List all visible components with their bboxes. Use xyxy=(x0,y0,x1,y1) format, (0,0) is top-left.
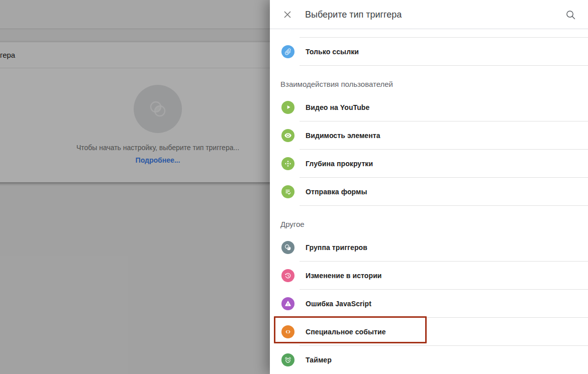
scroll-depth-icon xyxy=(281,157,295,170)
section-header-user-engagement: Взаимодействия пользователей xyxy=(270,66,588,93)
js-error-icon xyxy=(281,297,295,310)
section-header-other: Другое xyxy=(270,206,588,233)
timer-icon xyxy=(281,353,295,366)
trigger-item-label: Видео на YouTube xyxy=(306,103,369,111)
trigger-item-custom-event[interactable]: Специальное событие xyxy=(270,318,588,345)
trigger-item-form-submission[interactable]: Отправка формы xyxy=(270,178,588,205)
custom-event-icon xyxy=(281,325,295,338)
dialog-header: Выберите тип триггера xyxy=(270,0,588,29)
trigger-item-link-click[interactable]: Только ссылки xyxy=(270,38,588,65)
trigger-item-label: Изменение в истории xyxy=(306,272,382,280)
trigger-type-list: Только ссылки Взаимодействия пользовател… xyxy=(270,29,588,373)
modal-backdrop xyxy=(0,0,270,374)
trigger-item-label: Глубина прокрутки xyxy=(306,160,373,168)
trigger-item-history-change[interactable]: Изменение в истории xyxy=(270,262,588,289)
trigger-item-label: Видимость элемента xyxy=(306,132,380,140)
trigger-item-trigger-group[interactable]: Группа триггеров xyxy=(270,233,588,261)
trigger-group-icon xyxy=(281,241,295,254)
search-icon[interactable] xyxy=(565,7,580,22)
trigger-item-timer[interactable]: Таймер xyxy=(270,346,588,373)
trigger-item-label: Ошибка JavaScript xyxy=(306,300,371,308)
dialog-title: Выберите тип триггера xyxy=(305,0,402,29)
youtube-play-icon xyxy=(281,101,295,114)
trigger-item-label: Специальное событие xyxy=(306,328,386,336)
trigger-type-dialog: Выберите тип триггера Только ссылки Взаи… xyxy=(270,0,588,374)
trigger-item-label: Таймер xyxy=(306,356,332,364)
trigger-item-scroll-depth[interactable]: Глубина прокрутки xyxy=(270,150,588,177)
trigger-item-element-visibility[interactable]: Видимость элемента xyxy=(270,121,588,149)
trigger-item-label: Отправка формы xyxy=(306,188,367,196)
visibility-eye-icon xyxy=(281,129,295,142)
form-submit-icon xyxy=(281,185,295,198)
link-icon xyxy=(281,45,295,58)
trigger-item-label: Только ссылки xyxy=(306,48,359,56)
trigger-item-youtube-video[interactable]: Видео на YouTube xyxy=(270,93,588,121)
history-icon xyxy=(281,269,295,282)
trigger-item-js-error[interactable]: Ошибка JavaScript xyxy=(270,290,588,317)
trigger-item-label: Группа триггеров xyxy=(306,243,367,252)
close-icon[interactable] xyxy=(282,8,296,22)
